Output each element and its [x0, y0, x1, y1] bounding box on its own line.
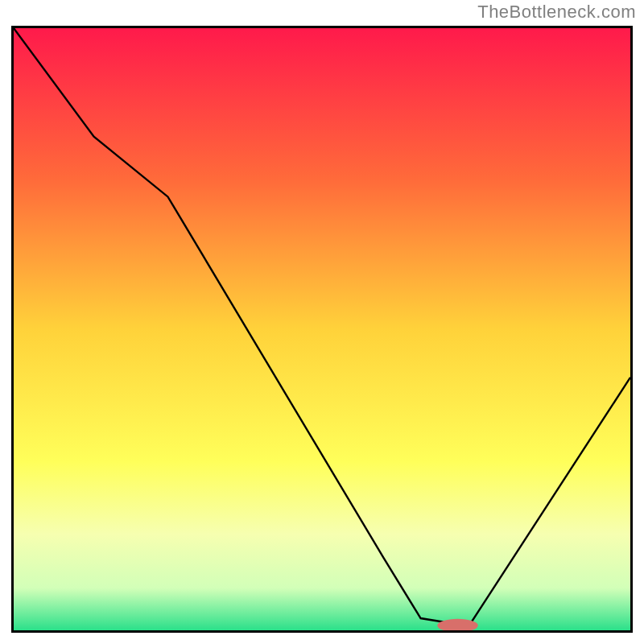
- chart-svg: [14, 28, 630, 630]
- chart-container: TheBottleneck.com: [0, 0, 644, 644]
- watermark-text: TheBottleneck.com: [477, 2, 636, 23]
- plot-frame: [11, 26, 633, 633]
- chart-background: [14, 28, 630, 630]
